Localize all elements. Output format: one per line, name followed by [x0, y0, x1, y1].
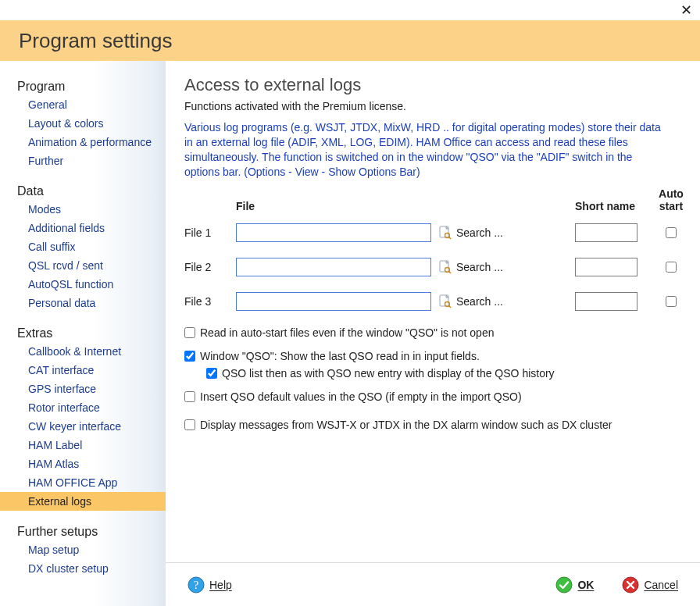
page-description: Various log programs (e.g. WSJT, JTDX, M… — [184, 120, 669, 180]
file-row-label: File 2 — [184, 261, 236, 273]
file-row-label: File 1 — [184, 226, 236, 239]
footer: ? Help OK Cancel — [166, 562, 700, 606]
short-name-input[interactable] — [575, 258, 638, 276]
cancel-button[interactable]: Cancel — [622, 576, 678, 594]
col-file: File — [236, 200, 439, 212]
option-qso-list-history: QSO list then as with QSO new entry with… — [206, 367, 681, 380]
auto-start-checkbox[interactable] — [666, 227, 677, 238]
sidebar-item[interactable]: CW keyer interface — [0, 417, 166, 436]
checkbox-qso-list-history[interactable] — [206, 368, 217, 379]
help-button[interactable]: ? Help — [188, 576, 232, 594]
search-label: Search ... — [456, 295, 503, 308]
svg-line-8 — [449, 306, 451, 308]
checkbox-read-autostart[interactable] — [184, 327, 195, 338]
checkbox-display-messages[interactable] — [184, 419, 195, 430]
sidebar-item[interactable]: General — [0, 95, 166, 114]
search-button[interactable]: Search ... — [439, 226, 525, 240]
sidebar-item[interactable]: HAM OFFICE App — [0, 473, 166, 492]
file-row: File 1Search ... — [184, 219, 681, 247]
svg-line-5 — [449, 272, 451, 273]
file-search-icon — [439, 226, 452, 240]
file-path-input[interactable] — [236, 292, 431, 311]
sidebar-item[interactable]: Map setup — [0, 540, 166, 559]
cancel-icon — [622, 576, 639, 594]
option-insert-defaults: Insert QSO default values in the QSO (if… — [184, 390, 681, 403]
col-short-name: Short name — [575, 200, 647, 212]
search-label: Search ... — [456, 261, 503, 273]
file-grid-header: File Short name Auto start — [184, 187, 681, 212]
sidebar-item[interactable]: GPS interface — [0, 380, 166, 398]
label-display-messages: Display messages from WSJT-X or JTDX in … — [200, 419, 612, 431]
label-read-autostart: Read in auto-start files even if the win… — [200, 326, 494, 339]
help-label: Help — [209, 579, 232, 591]
close-icon[interactable]: ✕ — [680, 3, 692, 17]
checkbox-insert-defaults[interactable] — [184, 391, 195, 402]
search-button[interactable]: Search ... — [439, 294, 525, 308]
ok-icon — [555, 576, 573, 594]
label-show-last-qso: Window "QSO": Show the last QSO read in … — [200, 350, 480, 362]
sidebar-item[interactable]: Rotor interface — [0, 398, 166, 417]
sidebar-item[interactable]: DX cluster setup — [0, 559, 166, 578]
sidebar-item[interactable]: Personal data — [0, 294, 166, 312]
sidebar-item[interactable]: Further — [0, 152, 166, 170]
sidebar-item[interactable]: Layout & colors — [0, 114, 166, 133]
sidebar-group: Further setups — [0, 520, 166, 540]
label-qso-list-history: QSO list then as with QSO new entry with… — [222, 367, 555, 380]
file-row-label: File 3 — [184, 295, 236, 308]
search-label: Search ... — [456, 226, 503, 239]
auto-start-checkbox[interactable] — [666, 262, 677, 273]
sidebar-group: Extras — [0, 322, 166, 342]
ok-button[interactable]: OK — [555, 576, 594, 594]
label-insert-defaults: Insert QSO default values in the QSO (if… — [200, 390, 522, 403]
sidebar-group: Program — [0, 75, 166, 95]
checkbox-show-last-qso[interactable] — [184, 351, 195, 362]
sidebar-item[interactable]: Modes — [0, 200, 166, 219]
svg-text:?: ? — [194, 579, 198, 591]
sidebar-item[interactable]: Call suffix — [0, 237, 166, 256]
col-auto-start: Auto start — [647, 187, 695, 212]
auto-start-checkbox[interactable] — [666, 296, 677, 307]
sidebar-item[interactable]: CAT interface — [0, 361, 166, 380]
file-search-icon — [439, 260, 452, 274]
sidebar-item[interactable]: External logs — [0, 492, 166, 511]
short-name-input[interactable] — [575, 223, 638, 242]
file-search-icon — [439, 294, 452, 308]
sidebar-group: Data — [0, 180, 166, 200]
sidebar-item[interactable]: HAM Label — [0, 436, 166, 454]
sidebar-item[interactable]: AutoQSL function — [0, 275, 166, 294]
search-button[interactable]: Search ... — [439, 260, 525, 274]
sidebar-item[interactable]: Animation & performance — [0, 133, 166, 152]
help-icon: ? — [188, 576, 205, 594]
banner: Program settings — [0, 20, 700, 61]
main-panel: Access to external logs Functions activa… — [166, 61, 700, 562]
svg-point-11 — [556, 577, 572, 593]
file-row: File 3Search ... — [184, 287, 681, 315]
option-display-messages: Display messages from WSJT-X or JTDX in … — [184, 419, 681, 431]
sidebar-item[interactable]: HAM Atlas — [0, 454, 166, 473]
sidebar-item[interactable]: Callbook & Internet — [0, 342, 166, 361]
ok-label: OK — [577, 579, 594, 591]
file-row: File 2Search ... — [184, 253, 681, 281]
sidebar: ProgramGeneralLayout & colorsAnimation &… — [0, 61, 166, 606]
svg-line-2 — [449, 237, 451, 239]
file-path-input[interactable] — [236, 223, 431, 242]
file-path-input[interactable] — [236, 258, 431, 276]
page-title: Access to external logs — [184, 75, 681, 95]
short-name-input[interactable] — [575, 292, 638, 311]
banner-title: Program settings — [19, 29, 173, 53]
option-read-autostart: Read in auto-start files even if the win… — [184, 326, 681, 339]
page-subtitle: Functions activated with the Premium lic… — [184, 100, 681, 112]
option-show-last-qso: Window "QSO": Show the last QSO read in … — [184, 350, 681, 362]
sidebar-item[interactable]: Additional fields — [0, 219, 166, 237]
sidebar-item[interactable]: QSL rcvd / sent — [0, 256, 166, 275]
cancel-label: Cancel — [644, 579, 678, 591]
